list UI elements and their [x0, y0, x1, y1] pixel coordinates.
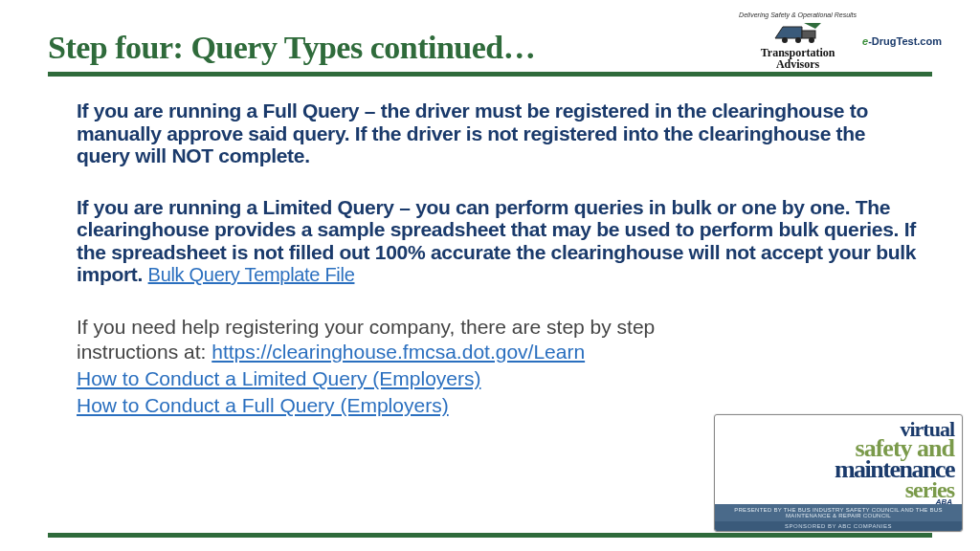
svg-point-3: [809, 37, 814, 43]
svg-point-2: [795, 37, 801, 43]
logo-arc-text: Delivering Safety & Operational Results: [739, 11, 857, 18]
logo-advisors-text: Advisors: [739, 58, 857, 70]
limited-query-link[interactable]: How to Conduct a Limited Query (Employer…: [77, 367, 481, 389]
slide: Step four: Query Types continued… Delive…: [0, 0, 980, 551]
bulk-template-link[interactable]: Bulk Query Template File: [148, 264, 355, 285]
full-query-link[interactable]: How to Conduct a Full Query (Employers): [77, 394, 449, 416]
badge-presented-by: PRESENTED BY THE BUS INDUSTRY SAFETY COU…: [715, 504, 962, 521]
ez-drugtest-logo: e-DrugTest.com: [862, 35, 942, 47]
truck-icon: [773, 19, 823, 46]
slide-title: Step four: Query Types continued…: [48, 30, 535, 70]
full-query-paragraph: If you are running a Full Query – the dr…: [77, 99, 919, 167]
logo-block: Delivering Safety & Operational Results …: [739, 11, 942, 70]
badge-sponsor: SPONSORED BY ABC COMPANIES: [715, 521, 962, 531]
help-block: If you need help registering your compan…: [77, 315, 746, 419]
transportation-advisors-logo: Delivering Safety & Operational Results …: [739, 11, 857, 70]
svg-rect-0: [802, 31, 815, 38]
badge-series: series: [723, 480, 954, 499]
learn-link[interactable]: https://clearinghouse.fmcsa.dot.gov/Lear…: [212, 341, 585, 363]
limited-query-paragraph: If you are running a Limited Query – you…: [77, 196, 919, 286]
svg-point-1: [782, 37, 788, 43]
aba-mark: ABA: [936, 497, 952, 506]
series-badge: virtual safety and maintenance series AB…: [714, 414, 963, 532]
footer-underline: [48, 533, 932, 538]
header: Step four: Query Types continued… Delive…: [48, 29, 932, 70]
content: If you are running a Full Query – the dr…: [48, 77, 932, 419]
badge-title-block: virtual safety and maintenance series: [715, 415, 962, 504]
